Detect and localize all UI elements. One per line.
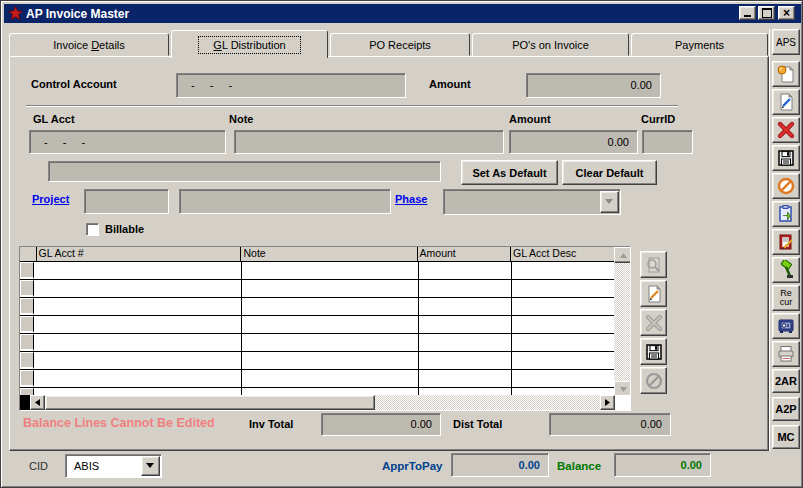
grid-row bbox=[20, 370, 614, 388]
tab-payments[interactable]: Payments bbox=[631, 33, 768, 56]
delete-button[interactable] bbox=[772, 117, 800, 143]
inv-total-field: 0.00 bbox=[321, 413, 441, 436]
grid-cell[interactable] bbox=[34, 316, 242, 333]
control-account-label: Control Account bbox=[31, 78, 117, 90]
save-button[interactable] bbox=[772, 145, 800, 171]
grid-cell[interactable] bbox=[512, 298, 614, 315]
grid-cell[interactable] bbox=[242, 352, 420, 369]
clear-default-button[interactable]: Clear Default bbox=[562, 160, 657, 185]
grid-cell[interactable] bbox=[512, 316, 614, 333]
grid-horizontal-scrollbar[interactable] bbox=[20, 395, 630, 410]
cid-dropdown-arrow-icon[interactable] bbox=[141, 456, 160, 476]
grid-cell[interactable] bbox=[419, 280, 511, 297]
grid-cell[interactable] bbox=[34, 298, 242, 315]
hammer-button[interactable] bbox=[772, 257, 800, 283]
set-as-default-button[interactable]: Set As Default bbox=[461, 160, 558, 185]
currid-label: CurrID bbox=[641, 113, 675, 125]
new-document-button[interactable] bbox=[772, 61, 800, 87]
grid-cell[interactable] bbox=[34, 352, 242, 369]
vault-button[interactable] bbox=[772, 313, 800, 339]
row-selector[interactable] bbox=[20, 352, 34, 369]
grid-vertical-scrollbar[interactable] bbox=[614, 247, 630, 397]
row-selector[interactable] bbox=[20, 334, 34, 351]
appr-to-pay-field: 0.00 bbox=[451, 453, 549, 477]
minimize-icon[interactable] bbox=[739, 6, 756, 20]
grid-cell[interactable] bbox=[419, 316, 511, 333]
billable-label: Billable bbox=[105, 223, 144, 235]
two-ar-button[interactable]: 2AR bbox=[772, 369, 800, 393]
grid-header-amount[interactable]: Amount bbox=[418, 247, 511, 261]
scroll-right-icon[interactable] bbox=[600, 395, 615, 410]
gl-distribution-grid: GL Acct # Note Amount GL Acct Desc bbox=[19, 246, 631, 411]
save-line-button[interactable] bbox=[640, 338, 667, 365]
tab-label: PO's on Invoice bbox=[512, 39, 589, 51]
paste-button[interactable] bbox=[772, 201, 800, 227]
grid-header-gl-acct[interactable]: GL Acct # bbox=[37, 247, 242, 261]
row-selector[interactable] bbox=[20, 370, 34, 387]
grid-header-row: GL Acct # Note Amount GL Acct Desc bbox=[20, 247, 614, 262]
grid-cell[interactable] bbox=[34, 370, 242, 387]
edit-line-button[interactable] bbox=[640, 280, 667, 307]
grid-cell[interactable] bbox=[34, 334, 242, 351]
tab-pos-on-invoice[interactable]: PO's on Invoice bbox=[472, 33, 629, 56]
tab-invoice-details[interactable]: Invoice Details bbox=[9, 33, 169, 56]
project-link[interactable]: Project bbox=[32, 193, 69, 205]
scrollbar-corner-block bbox=[20, 395, 30, 410]
grid-cell[interactable] bbox=[512, 280, 614, 297]
scroll-up-icon[interactable] bbox=[614, 247, 631, 263]
grid-row bbox=[20, 352, 614, 370]
scrollbar-corner bbox=[615, 395, 630, 410]
row-selector[interactable] bbox=[20, 262, 34, 279]
a2p-button[interactable]: A2P bbox=[772, 397, 800, 421]
grid-cell[interactable] bbox=[512, 262, 614, 279]
notes-icon bbox=[776, 232, 796, 252]
currid-field bbox=[642, 130, 693, 154]
grid-header-note[interactable]: Note bbox=[241, 247, 417, 261]
recur-button[interactable]: Re cur bbox=[772, 285, 800, 311]
cancel-button[interactable] bbox=[772, 173, 800, 199]
grid-cell[interactable] bbox=[242, 280, 420, 297]
billable-checkbox[interactable] bbox=[86, 223, 99, 236]
scroll-left-icon[interactable] bbox=[30, 395, 45, 410]
grid-cell[interactable] bbox=[242, 262, 420, 279]
notes-button[interactable] bbox=[772, 229, 800, 255]
printer-icon bbox=[776, 344, 796, 364]
project-name-field bbox=[179, 189, 391, 214]
grid-cell[interactable] bbox=[512, 370, 614, 387]
grid-cell[interactable] bbox=[512, 334, 614, 351]
tab-po-receipts[interactable]: PO Receipts bbox=[330, 33, 470, 56]
grid-cell[interactable] bbox=[34, 280, 242, 297]
aps-button[interactable]: APS bbox=[772, 29, 800, 55]
maximize-icon[interactable] bbox=[758, 6, 775, 20]
titlebar[interactable]: AP Invoice Master × bbox=[4, 4, 801, 23]
tab-gl-distribution[interactable]: GL Distribution bbox=[171, 30, 328, 58]
grid-cell[interactable] bbox=[242, 316, 420, 333]
grid-cell[interactable] bbox=[242, 298, 420, 315]
grid-header-gl-acct-desc[interactable]: GL Acct Desc bbox=[511, 247, 614, 261]
row-selector[interactable] bbox=[20, 298, 34, 315]
grid-cell[interactable] bbox=[419, 352, 511, 369]
grid-cell[interactable] bbox=[419, 262, 511, 279]
grid-cell[interactable] bbox=[419, 334, 511, 351]
grid-cell[interactable] bbox=[34, 262, 242, 279]
grid-cell[interactable] bbox=[512, 352, 614, 369]
grid-row bbox=[20, 334, 614, 352]
cid-combobox[interactable]: ABIS bbox=[65, 454, 162, 478]
scrollbar-thumb[interactable] bbox=[45, 395, 375, 410]
close-icon[interactable]: × bbox=[778, 6, 795, 20]
grid-cell[interactable] bbox=[419, 370, 511, 387]
save-line-icon bbox=[644, 342, 664, 362]
print-button[interactable] bbox=[772, 341, 800, 367]
phase-link[interactable]: Phase bbox=[395, 193, 427, 205]
grid-cell[interactable] bbox=[242, 370, 420, 387]
grid-cell[interactable] bbox=[419, 298, 511, 315]
row-selector[interactable] bbox=[20, 280, 34, 297]
grid-row bbox=[20, 298, 614, 316]
mc-button[interactable]: MC bbox=[772, 425, 800, 449]
row-selector[interactable] bbox=[20, 316, 34, 333]
delete-line-icon bbox=[644, 313, 664, 333]
grid-cell[interactable] bbox=[242, 334, 420, 351]
edit-document-button[interactable] bbox=[772, 89, 800, 115]
window-title: AP Invoice Master bbox=[26, 7, 129, 21]
cancel-line-icon bbox=[644, 371, 664, 391]
